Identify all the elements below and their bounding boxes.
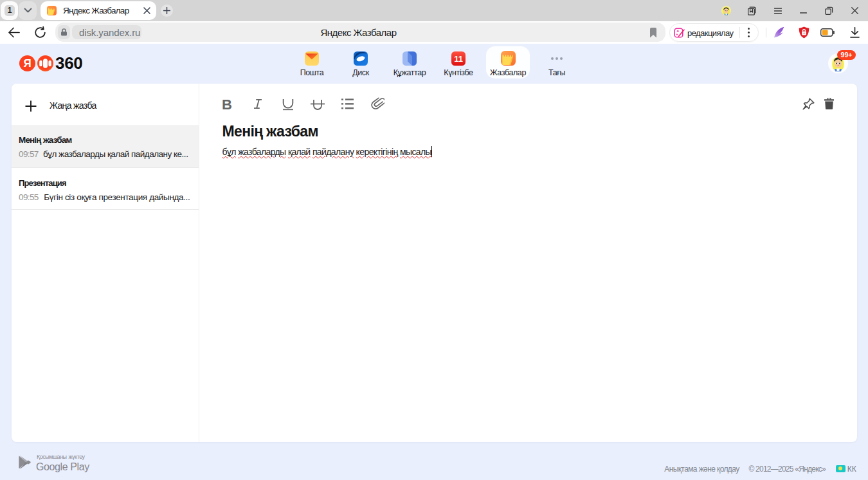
svg-text:11: 11 [454, 54, 463, 64]
